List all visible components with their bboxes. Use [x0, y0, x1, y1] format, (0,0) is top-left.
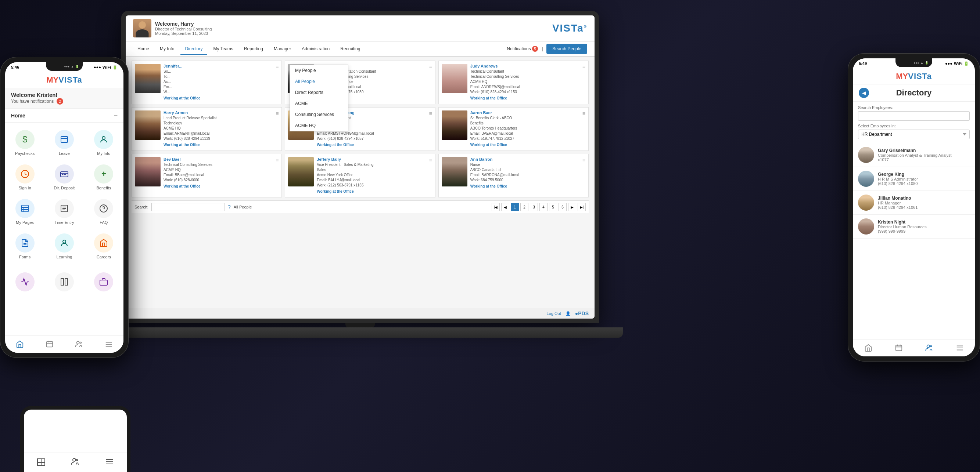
emp-title-1: H R M S Administrator — [878, 177, 918, 181]
icon-dir-deposit[interactable]: Dir. Deposit — [45, 160, 84, 195]
icon-leave[interactable]: Leave — [45, 125, 84, 160]
right-nav-home[interactable] — [860, 342, 877, 353]
partial-nav-icon-3[interactable] — [103, 456, 115, 469]
emp-ext-0: x1077 — [878, 157, 952, 162]
pagination-page-1[interactable]: 1 — [511, 203, 519, 211]
person-name-6: Bev Baer — [164, 157, 212, 162]
person-card-3[interactable]: Harry Armen Lead Product Release Special… — [132, 107, 282, 151]
employee-item-3[interactable]: Kristen Night Director Human Resources (… — [853, 215, 975, 239]
dropdown-acme[interactable]: ACME — [290, 98, 348, 109]
person-card-2[interactable]: Judy Andrews Technical Consultant Techni… — [438, 60, 589, 104]
pagination-page-5[interactable]: 5 — [549, 203, 557, 211]
logout-link[interactable]: Log Out — [547, 311, 561, 316]
card-icon-7: ≡ — [429, 157, 432, 194]
notifications-label: Notifications — [507, 46, 531, 51]
dropdown-acme-hq[interactable]: ACME HQ — [290, 120, 348, 131]
icon-benefits[interactable]: + Benefits — [84, 160, 124, 195]
icon-extra-1[interactable] — [5, 268, 45, 296]
dropdown-consulting-services[interactable]: Consulting Services — [290, 109, 348, 120]
nav-administration[interactable]: Administration — [297, 43, 334, 55]
icon-extra-2[interactable] — [45, 268, 84, 296]
user-info: Welcome, Harry Director of Technical Con… — [133, 19, 212, 38]
left-nav-calendar[interactable] — [41, 339, 58, 350]
pagination-next-end[interactable]: ▶| — [578, 203, 586, 211]
card-icon-3: ≡ — [275, 111, 278, 147]
right-search-input[interactable] — [858, 111, 970, 121]
left-phone-screen: 5:46 ●●● WiFi 🔋 MYVISTa Welcome Kristen! — [5, 62, 124, 353]
notifications-button[interactable]: Notifications 5 — [507, 46, 538, 52]
pagination-prev[interactable]: ◀ — [501, 203, 509, 211]
icon-sign-in[interactable]: Sign In — [5, 160, 45, 195]
icon-extra-3[interactable] — [84, 268, 124, 296]
person-card-8[interactable]: Ann Barron Nurse ABCO Canada Ltd Email: … — [438, 154, 589, 198]
nav-manager[interactable]: Manager — [269, 43, 296, 55]
vista-logo: VISTa® — [552, 22, 587, 34]
icon-forms[interactable]: Forms — [5, 229, 45, 263]
person-photo-8 — [442, 157, 468, 187]
laptop-frame: Welcome, Harry Director of Technical Con… — [121, 11, 599, 323]
nav-myinfo[interactable]: My Info — [156, 43, 178, 55]
laptop: Welcome, Harry Director of Technical Con… — [121, 11, 599, 341]
svg-point-37 — [930, 346, 932, 347]
icon-faq[interactable]: FAQ — [84, 195, 124, 229]
partial-nav-icon-2[interactable] — [70, 456, 81, 469]
employee-item-0[interactable]: Gary Grisselmann Compensation Analyst & … — [853, 143, 975, 167]
nav-myteams[interactable]: My Teams — [209, 43, 237, 55]
laptop-notch — [345, 323, 375, 327]
icon-paychecks[interactable]: $ Paychecks — [5, 125, 45, 160]
pagination-next[interactable]: ▶ — [568, 203, 576, 211]
nav-home[interactable]: Home — [133, 43, 154, 55]
left-icon-grid: $ Paychecks Leave My Info — [5, 123, 124, 266]
employee-item-2[interactable]: Jillian Monatino HR Manager (610) 828-42… — [853, 191, 975, 215]
right-employee-list: Gary Grisselmann Compensation Analyst & … — [853, 143, 975, 339]
user-name: Welcome, Harry — [155, 21, 212, 27]
person-name-0: Jennifer... — [164, 64, 200, 68]
bottom-partial-phone — [20, 406, 130, 472]
right-status-icons: ●●● WiFi 🔋 — [945, 61, 969, 66]
icon-time-entry[interactable]: Time Entry — [45, 195, 84, 229]
bottom-partial-screen — [24, 410, 127, 472]
nav-recruiting[interactable]: Recruiting — [336, 43, 364, 55]
pagination-prev-start[interactable]: |◀ — [492, 203, 500, 211]
emp-avatar-0 — [858, 147, 874, 163]
pagination-page-3[interactable]: 3 — [530, 203, 538, 211]
person-card-0[interactable]: Jennifer... So... To... Ac... Em... W...… — [132, 60, 282, 104]
right-select-label: Select Employees in: — [858, 124, 970, 128]
nav-reporting[interactable]: Reporting — [240, 43, 267, 55]
vista-header: Welcome, Harry Director of Technical Con… — [126, 16, 595, 41]
search-people-button[interactable]: Search People — [546, 44, 587, 54]
left-nav-directory[interactable] — [70, 339, 88, 350]
dropdown-all-people[interactable]: All People — [290, 76, 348, 87]
svg-rect-44 — [41, 462, 45, 466]
icon-careers[interactable]: Careers — [84, 229, 124, 263]
vista-logo-text: VISTa® — [552, 22, 587, 34]
dropdown-direct-reports[interactable]: Direct Reports — [290, 87, 348, 98]
svg-point-46 — [76, 459, 78, 461]
person-card-7[interactable]: Jeffery Bally Vice President - Sales & M… — [285, 154, 435, 198]
person-card-5[interactable]: Aaron Baer Sr. Benefits Clerk - ABCO Ben… — [438, 107, 589, 151]
partial-nav-icon-1[interactable] — [35, 456, 47, 469]
left-nav-home[interactable] — [11, 339, 28, 350]
right-nav-menu[interactable] — [951, 342, 968, 353]
emp-avatar-2 — [858, 195, 874, 211]
dropdown-my-people[interactable]: My People — [290, 65, 348, 76]
employee-item-1[interactable]: George King H R M S Administrator (610) … — [853, 167, 975, 191]
pagination-page-6[interactable]: 6 — [558, 203, 566, 211]
pagination-page-4[interactable]: 4 — [539, 203, 547, 211]
left-nav-menu[interactable] — [100, 339, 117, 350]
right-dept-select[interactable]: HR Department — [858, 130, 970, 139]
nav-directory[interactable]: Directory — [180, 43, 207, 55]
back-button[interactable]: ◀ — [859, 88, 869, 98]
icon-my-info[interactable]: My Info — [84, 125, 124, 160]
search-input[interactable] — [151, 203, 225, 211]
svg-rect-32 — [896, 345, 902, 351]
pagination-page-2[interactable]: 2 — [520, 203, 528, 211]
person-card-6[interactable]: Bev Baer Technical Consulting Services A… — [132, 154, 282, 198]
svg-rect-23 — [47, 342, 53, 347]
icon-my-pages[interactable]: My Pages — [5, 195, 45, 229]
vista-app: Welcome, Harry Director of Technical Con… — [126, 16, 595, 318]
right-nav-calendar[interactable] — [890, 342, 907, 353]
right-nav-directory[interactable] — [921, 342, 938, 353]
person-photo-0 — [135, 64, 161, 93]
icon-learning[interactable]: Learning — [45, 229, 84, 263]
